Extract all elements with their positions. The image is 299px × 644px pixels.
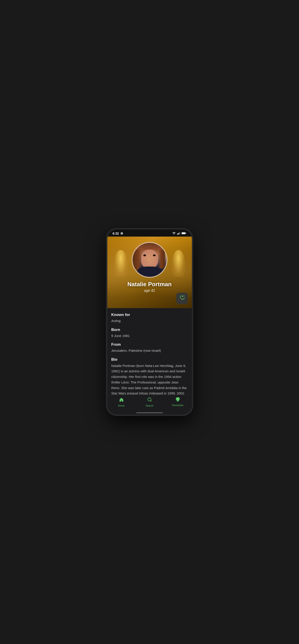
avatar-skin <box>141 250 158 268</box>
known-for-label: Known for <box>111 312 188 317</box>
svg-line-8 <box>150 400 152 402</box>
status-time-container: 6:32 ⚙ <box>113 232 123 235</box>
hero-section: Natalie Portman age 41 <box>107 236 192 308</box>
born-label: Born <box>111 328 188 332</box>
svg-rect-3 <box>180 232 180 234</box>
known-for-value: Acting <box>111 318 188 324</box>
content-section[interactable]: Known for Acting Born 9 June 1981 From J… <box>107 308 192 395</box>
svg-rect-5 <box>182 232 185 234</box>
status-icons <box>172 232 186 235</box>
battery-icon <box>182 232 186 235</box>
phone-frame: 6:32 ⚙ <box>106 228 193 416</box>
from-label: From <box>111 342 188 347</box>
avatar-face <box>132 243 166 277</box>
favourites-icon <box>175 397 180 403</box>
bio-label: Bio <box>111 357 188 362</box>
home-indicator <box>136 412 163 413</box>
eye-right <box>153 254 156 256</box>
svg-rect-6 <box>186 233 186 234</box>
wifi-icon <box>172 232 176 235</box>
favorite-button[interactable] <box>176 292 188 304</box>
nav-item-search[interactable]: Search <box>136 397 164 407</box>
favourites-label: Favourites <box>172 404 184 406</box>
settings-icon: ⚙ <box>120 232 123 235</box>
bottom-nav: Home Search Favourites <box>107 395 192 412</box>
status-bar: 6:32 ⚙ <box>107 230 192 236</box>
avatar-outfit <box>138 266 161 277</box>
search-label: Search <box>146 404 154 407</box>
search-icon <box>147 397 152 404</box>
avatar <box>132 242 168 278</box>
svg-rect-1 <box>178 233 179 234</box>
signal-icon <box>177 232 180 235</box>
home-label: Home <box>118 404 124 407</box>
born-value: 9 June 1981 <box>111 334 188 338</box>
eye-left <box>143 254 146 256</box>
avatar-eyes <box>143 254 156 256</box>
person-name: Natalie Portman <box>128 281 172 288</box>
phone-inner: 6:32 ⚙ <box>107 230 192 414</box>
person-age: age 41 <box>144 289 155 293</box>
svg-rect-0 <box>177 234 178 234</box>
hero-content: Natalie Portman age 41 <box>107 236 192 293</box>
nav-item-home[interactable]: Home <box>107 397 136 407</box>
clock-time: 6:32 <box>113 232 119 235</box>
home-icon <box>119 397 124 404</box>
svg-rect-2 <box>179 232 180 234</box>
bio-paragraph-1: Natalie Portman (born Neta-Lee Hershlag,… <box>111 363 188 395</box>
heart-icon <box>180 296 184 301</box>
nav-item-favourites[interactable]: Favourites <box>164 397 192 407</box>
avatar-hair-right <box>158 250 165 268</box>
from-value: Jerusalem, Palestine (now Israel) <box>111 348 188 353</box>
